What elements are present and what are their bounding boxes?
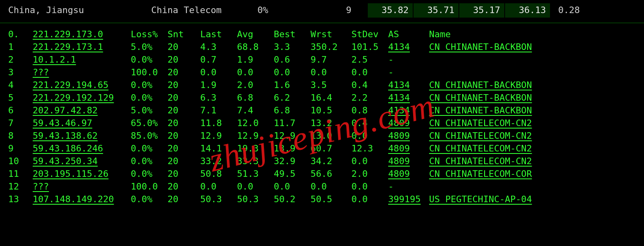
hop-last: 4.3 [200, 41, 237, 54]
hop-best: 11.7 [274, 117, 311, 130]
table-header-row: 0. 221.229.173.0 Loss% Snt Last Avg Best… [8, 28, 636, 41]
hop-asn[interactable]: 4134 [388, 104, 429, 117]
table-row: 210.1.2.10.0%200.71.90.69.72.5- [8, 54, 636, 66]
hop-avg: 1.9 [237, 54, 274, 66]
hop-asn[interactable]: 399195 [388, 193, 429, 206]
table-row: 13107.148.149.2200.0%2050.350.350.250.50… [8, 193, 636, 206]
hop-stdev: 0.4 [351, 79, 388, 92]
hop-number: 1 [8, 41, 33, 54]
hop-asname[interactable]: CN CHINATELECOM-CN2 [429, 155, 636, 168]
hop-asn[interactable]: 4809 [388, 130, 429, 142]
summary-snt: 9 [319, 4, 368, 17]
hop-last: 6.3 [200, 92, 237, 104]
hop-host[interactable]: 10.1.2.1 [33, 54, 131, 66]
hop-snt: 20 [168, 155, 200, 168]
hop-host[interactable]: 59.43.250.34 [33, 155, 131, 168]
hop-snt: 20 [168, 142, 200, 155]
hop-asname[interactable]: US PEGTECHINC-AP-04 [429, 193, 636, 206]
hop-stdev: 101.5 [351, 41, 388, 54]
header-loss: Loss% [131, 28, 168, 41]
hop-asname[interactable]: CN CHINANET-BACKBON [429, 104, 636, 117]
hop-asn[interactable]: 4809 [388, 142, 429, 155]
isp-label: China Telecom [151, 4, 257, 17]
hop-snt: 20 [168, 79, 200, 92]
hop-loss: 85.0% [131, 130, 168, 142]
hop-host[interactable]: 221.229.194.65 [33, 79, 131, 92]
hop-last: 50.3 [200, 193, 237, 206]
summary-stat-2: 35.17 [459, 3, 504, 18]
table-row: 3???100.0200.00.00.00.00.0- [8, 66, 636, 79]
hop-stdev: 0.0 [351, 130, 388, 142]
hop-host[interactable]: 59.43.186.246 [33, 142, 131, 155]
hop-stdev: 0.4 [351, 117, 388, 130]
hop-asn[interactable]: 4134 [388, 92, 429, 104]
hop-wrst: 0.0 [311, 66, 351, 79]
hop-snt: 20 [168, 181, 200, 193]
location-label: China, Jiangsu [8, 4, 151, 17]
hop-wrst: 60.7 [311, 142, 351, 155]
hop-asname[interactable]: CN CHINATELECOM-COR [429, 168, 636, 181]
hop-number: 11 [8, 168, 33, 181]
header-snt: Snt [168, 28, 200, 41]
hop-host[interactable]: 59.43.138.62 [33, 130, 131, 142]
hop-wrst: 50.5 [311, 193, 351, 206]
hop-stdev: 0.8 [351, 104, 388, 117]
hop-asn[interactable]: 4809 [388, 168, 429, 181]
hop-asname[interactable]: CN CHINANET-BACKBON [429, 41, 636, 54]
hop-stdev: 2.5 [351, 54, 388, 66]
hop-best: 1.6 [274, 79, 311, 92]
hop-host[interactable]: 59.43.46.97 [33, 117, 131, 130]
hop-loss: 0.0% [131, 142, 168, 155]
hop-asn[interactable]: 4809 [388, 117, 429, 130]
hop-asn[interactable]: 4809 [388, 155, 429, 168]
hop-last: 11.8 [200, 117, 237, 130]
hop-best: 50.2 [274, 193, 311, 206]
hop-wrst: 0.0 [311, 181, 351, 193]
hop-loss: 5.0% [131, 104, 168, 117]
hop-host[interactable]: 203.195.115.26 [33, 168, 131, 181]
hop-loss: 0.0% [131, 193, 168, 206]
hop-asn: - [388, 66, 429, 79]
hop-snt: 20 [168, 117, 200, 130]
hop-asname[interactable]: CN CHINANET-BACKBON [429, 79, 636, 92]
hop-avg: 2.0 [237, 79, 274, 92]
hop-asn: - [388, 181, 429, 193]
hop-host[interactable]: 107.148.149.220 [33, 193, 131, 206]
hop-asn[interactable]: 4134 [388, 79, 429, 92]
hop-stdev: 0.0 [351, 193, 388, 206]
header-avg: Avg [237, 28, 274, 41]
hop-loss: 5.0% [131, 41, 168, 54]
hop-asname[interactable]: CN CHINATELECOM-CN2 [429, 130, 636, 142]
hop-asn: - [388, 54, 429, 66]
hop-host[interactable]: ??? [33, 66, 131, 79]
hop-snt: 20 [168, 92, 200, 104]
table-row: 959.43.186.2460.0%2014.119.313.960.712.3… [8, 142, 636, 155]
hop-number: 9 [8, 142, 33, 155]
header-host[interactable]: 221.229.173.0 [33, 28, 131, 41]
hop-number: 12 [8, 181, 33, 193]
hop-host[interactable]: 221.229.192.129 [33, 92, 131, 104]
hop-host[interactable]: ??? [33, 181, 131, 193]
hop-last: 0.0 [200, 66, 237, 79]
hop-snt: 20 [168, 193, 200, 206]
hop-snt: 20 [168, 130, 200, 142]
hop-best: 6.8 [274, 104, 311, 117]
hop-avg: 0.0 [237, 66, 274, 79]
hop-number: 7 [8, 117, 33, 130]
hop-avg: 51.3 [237, 168, 274, 181]
summary-last: 0.28 [551, 4, 580, 17]
hop-asname[interactable]: CN CHINATELECOM-CN2 [429, 142, 636, 155]
hop-host[interactable]: 202.97.42.82 [33, 104, 131, 117]
hop-asname[interactable]: CN CHINATELECOM-CN2 [429, 117, 636, 130]
hop-asn[interactable]: 4134 [388, 41, 429, 54]
table-row: 1221.229.173.15.0%204.368.83.3350.2101.5… [8, 41, 636, 54]
hop-host[interactable]: 221.229.173.1 [33, 41, 131, 54]
hop-asname[interactable]: CN CHINANET-BACKBON [429, 92, 636, 104]
hop-last: 50.8 [200, 168, 237, 181]
header-wrst: Wrst [311, 28, 351, 41]
hop-stdev: 12.3 [351, 142, 388, 155]
hop-snt: 20 [168, 54, 200, 66]
hop-last: 0.0 [200, 181, 237, 193]
hop-wrst: 13.2 [311, 117, 351, 130]
hop-wrst: 34.2 [311, 155, 351, 168]
